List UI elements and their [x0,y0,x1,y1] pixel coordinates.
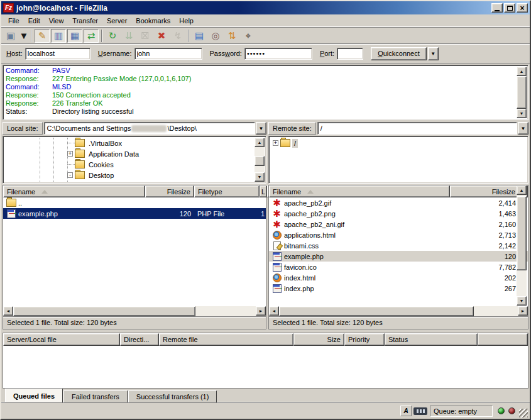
scroll-up-icon[interactable]: ▲ [517,185,527,195]
queue-body[interactable] [3,346,528,388]
scroll-up-icon[interactable]: ▲ [517,67,527,76]
file-row-bitnami-css[interactable]: bitnami.css2,142 [269,240,528,251]
scrollbar-track[interactable] [195,306,256,316]
scrollbar-track[interactable] [474,306,518,316]
menu-transfer[interactable]: Transfer [68,16,102,26]
remote-directory-tree[interactable]: +/ [270,138,527,182]
file-row-apache-pb2-ani-gif[interactable]: ✱apache_pb2_ani.gif2,160 [269,219,528,229]
scrollbar-thumb[interactable] [279,306,474,316]
scroll-down-icon[interactable]: ▼ [517,296,527,306]
file-row-index-html[interactable]: index.html202 [269,272,528,283]
tree-expander-expand-icon[interactable]: + [273,140,278,146]
menu-bookmarks[interactable]: Bookmarks [131,16,175,26]
data-type-indicator-icon[interactable]: A [400,406,412,416]
local-horizontal-scrollbar[interactable]: ◄ ► [3,306,266,316]
menu-server[interactable]: Server [102,16,131,26]
local-column-filesize[interactable]: Filesize [145,185,194,197]
toggle-local-tree-button[interactable]: ▥ [51,29,66,43]
tree-item-desktop[interactable]: -Desktop [4,170,255,180]
directory-filter-button[interactable]: ▤ [192,29,207,43]
scroll-down-icon[interactable]: ▼ [255,172,265,182]
queue-column-size[interactable]: Size [293,333,344,346]
scroll-left-icon[interactable]: ◄ [269,306,279,316]
remote-list-body[interactable]: ✱apache_pb2.gif2,414✱apache_pb2.png1,463… [269,197,528,306]
remote-path-combo[interactable]: / [317,122,517,135]
scrollbar-track[interactable] [517,195,527,296]
queue-column-server-local-file[interactable]: Server/Local file [3,333,120,346]
scrollbar-thumb[interactable] [517,76,527,109]
tab-failed-transfers[interactable]: Failed transfers [63,390,128,402]
resize-grip[interactable] [519,409,528,417]
quickconnect-dropdown-button[interactable]: ▼ [428,47,439,60]
menu-edit[interactable]: Edit [24,16,45,26]
local-column-filetype[interactable]: Filetype [194,185,260,197]
host-input[interactable] [25,48,90,60]
title-bar[interactable]: Fz john@localhost - FileZilla × [1,1,530,14]
open-site-manager-button[interactable]: ▣ [3,29,18,43]
tree-expander-expand-icon[interactable]: + [67,151,73,157]
maximize-button[interactable] [504,3,515,13]
remote-path-dropdown-button[interactable]: ▼ [518,122,528,135]
scroll-down-icon[interactable]: ▼ [517,109,527,118]
refresh-listing-button[interactable]: ↻ [105,29,120,43]
username-input[interactable] [134,48,202,60]
tab-queued-files[interactable]: Queued files [5,389,63,402]
tree-item-virtualbox[interactable]: .VirtualBox [4,138,255,148]
local-list-body[interactable]: ..example.php120PHP File1 [3,197,266,306]
local-column-l[interactable]: L [260,185,267,197]
password-input[interactable] [244,48,312,60]
tree-item-[interactable]: +/ [270,138,527,148]
tab-successful-transfers-1[interactable]: Successful transfers (1) [128,390,217,402]
scroll-left-icon[interactable]: ◄ [3,306,13,316]
file-row-example-php[interactable]: example.php120 [269,251,528,262]
remote-horizontal-scrollbar[interactable]: ◄ ► [269,306,528,316]
speed-limits-icon[interactable] [413,407,427,415]
menu-view[interactable]: View [45,16,68,26]
local-tree-scrollbar[interactable]: ▲ ▼ [255,138,265,182]
file-row-example-php[interactable]: example.php120PHP File1 [3,208,266,219]
scroll-right-icon[interactable]: ► [518,306,528,316]
remote-vertical-scrollbar[interactable]: ▲ ▼ [517,185,527,306]
disconnect-button[interactable]: ✖ [154,29,169,43]
toggle-transfer-queue-button[interactable]: ⇄ [84,29,99,43]
remote-column-filename[interactable]: Filename [269,185,450,197]
find-files-button[interactable]: ⌖ [241,29,256,43]
file-row-[interactable]: .. [3,197,266,208]
menu-file[interactable]: File [4,16,24,26]
file-row-favicon-ico[interactable]: favicon.ico7,782 [269,262,528,272]
queue-column-status[interactable]: Status [385,333,478,346]
scrollbar-track[interactable] [517,76,527,109]
directory-comparison-button[interactable]: ◎ [208,29,223,43]
file-row-applications-html[interactable]: applications.html2,713 [269,229,528,240]
tree-item-application-data[interactable]: +Application Data [4,148,255,159]
quickconnect-button[interactable]: Quickconnect [371,47,427,60]
local-path-dropdown-button[interactable]: ▼ [256,122,266,135]
scrollbar-thumb[interactable] [517,196,527,270]
local-column-filename[interactable]: Filename [3,185,145,197]
close-button[interactable]: × [517,3,528,13]
queue-column-remote-file[interactable]: Remote file [159,333,293,346]
local-path-combo[interactable]: C:\Documents and Settings\Desktop\ [44,122,255,135]
queue-column-priority[interactable]: Priority [344,333,385,346]
file-row-index-php[interactable]: index.php267 [269,283,528,294]
message-log-scrollbar[interactable]: ▲ ▼ [517,67,527,118]
local-directory-tree[interactable]: .VirtualBox+Application DataCookies-Desk… [4,138,255,182]
synchronized-browsing-button[interactable]: ⇅ [224,29,239,43]
tree-expander-collapse-icon[interactable]: - [67,172,73,178]
file-row-apache-pb2-gif[interactable]: ✱apache_pb2.gif2,414 [269,197,528,208]
menu-help[interactable]: Help [175,16,198,26]
toggle-remote-tree-button[interactable]: ▦ [67,29,82,43]
site-manager-dropdown-button[interactable]: ▼ [19,29,28,43]
queue-column-directi[interactable]: Directi... [120,333,159,346]
scrollbar-thumb[interactable] [13,306,195,316]
port-input[interactable] [337,48,363,60]
scroll-right-icon[interactable]: ► [256,306,266,316]
scroll-up-icon[interactable]: ▲ [255,138,265,147]
file-row-apache-pb2-png[interactable]: ✱apache_pb2.png1,463 [269,208,528,219]
toggle-message-log-button[interactable]: ✎ [35,29,50,43]
minimize-button[interactable] [491,3,503,13]
scrollbar-track[interactable] [255,147,265,172]
tree-item-cookies[interactable]: Cookies [4,159,255,170]
scrollbar-thumb[interactable] [255,156,265,166]
remote-column-filesize[interactable]: Filesize [450,185,519,197]
